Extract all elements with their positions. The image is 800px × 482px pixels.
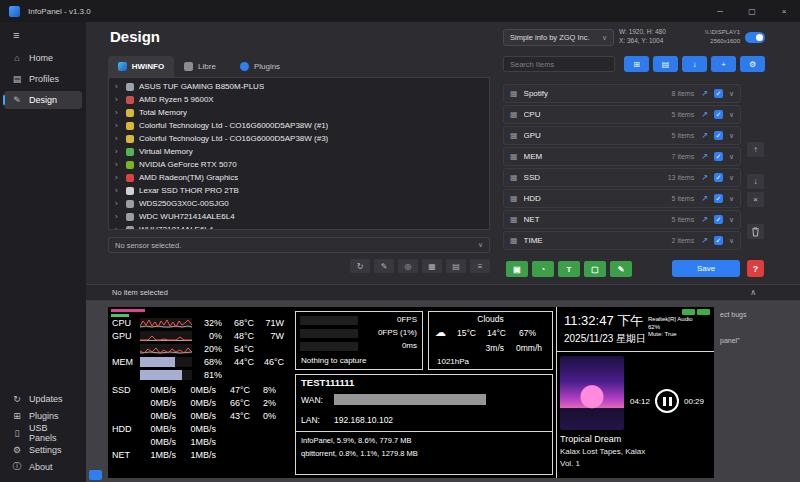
- open-group-icon[interactable]: ↗: [701, 131, 708, 140]
- profile-select[interactable]: Simple info by ZGQ Inc. ∨: [503, 29, 614, 46]
- display-toggle[interactable]: [745, 32, 765, 43]
- trash-icon[interactable]: [747, 224, 764, 239]
- open-group-icon[interactable]: ↗: [701, 194, 708, 203]
- group-checkbox[interactable]: ✓: [714, 173, 723, 182]
- sensor-tree-item[interactable]: › Virtual Memory: [109, 145, 489, 158]
- sensor-tree-item[interactable]: › WDS250G3X0C-00SJG0: [109, 197, 489, 210]
- collapse-icon[interactable]: ∧: [750, 288, 756, 297]
- chevron-down-icon[interactable]: ∨: [729, 216, 734, 224]
- item-group-row[interactable]: ▦ TIME 2 items ↗ ✓ ∨: [503, 231, 741, 250]
- item-group-row[interactable]: ▦ SSD 13 items ↗ ✓ ∨: [503, 168, 741, 187]
- sensor-tree-item[interactable]: › Lexar SSD THOR PRO 2TB: [109, 184, 489, 197]
- tab-libre[interactable]: Libre: [174, 56, 226, 77]
- sidebar-item-updates[interactable]: ↻ Updates: [4, 391, 82, 406]
- sensor-tree-item[interactable]: › Colorful Technology Ltd - CO16G6000D5A…: [109, 132, 489, 145]
- expander-icon[interactable]: ›: [115, 82, 121, 91]
- sensor-tree-item[interactable]: › NVIDIA GeForce RTX 5070: [109, 158, 489, 171]
- menu-icon[interactable]: ≡: [470, 259, 490, 273]
- eye-icon[interactable]: ◎: [398, 259, 418, 273]
- minimize-icon[interactable]: ─: [704, 0, 736, 22]
- add-panel-icon[interactable]: ⊞: [624, 56, 649, 72]
- panel-preview[interactable]: 0FPS 0FPS (1%) 0ms Nothing to capture Cl…: [108, 307, 714, 478]
- chevron-down-icon[interactable]: ∨: [729, 237, 734, 245]
- expander-icon[interactable]: ›: [115, 173, 121, 182]
- save-button[interactable]: Save: [672, 260, 740, 277]
- sidebar-item-home[interactable]: ⌂ Home: [4, 49, 82, 67]
- settings-icon[interactable]: ⚙: [740, 56, 765, 72]
- refresh-icon[interactable]: ↻: [350, 259, 370, 273]
- add-image-icon[interactable]: ▣: [506, 261, 528, 277]
- group-checkbox[interactable]: ✓: [714, 89, 723, 98]
- maximize-icon[interactable]: ▢: [736, 0, 768, 22]
- open-group-icon[interactable]: ↗: [701, 173, 708, 182]
- item-group-row[interactable]: ▦ MEM 7 items ↗ ✓ ∨: [503, 147, 741, 166]
- chevron-down-icon[interactable]: ∨: [729, 111, 734, 119]
- expander-icon[interactable]: ›: [115, 134, 121, 143]
- search-input[interactable]: [503, 56, 615, 72]
- sidebar-item-profiles[interactable]: ▤ Profiles: [4, 70, 82, 88]
- expander-icon[interactable]: ›: [115, 186, 121, 195]
- item-group-row[interactable]: ▦ GPU 5 items ↗ ✓ ∨: [503, 126, 741, 145]
- group-checkbox[interactable]: ✓: [714, 215, 723, 224]
- add-text-icon[interactable]: T: [558, 261, 580, 277]
- expander-icon[interactable]: ›: [115, 108, 121, 117]
- sidebar-item-about[interactable]: ⓘ About: [4, 459, 82, 474]
- layers-icon[interactable]: ▤: [653, 56, 678, 72]
- open-group-icon[interactable]: ↗: [701, 215, 708, 224]
- sensor-tree-item[interactable]: › ASUS TUF GAMING B850M-PLUS: [109, 80, 489, 93]
- item-group-row[interactable]: ▦ CPU 5 items ↗ ✓ ∨: [503, 105, 741, 124]
- expander-icon[interactable]: ›: [115, 121, 121, 130]
- sensor-tree-item[interactable]: › Colorful Technology Ltd - CO16G6000D5A…: [109, 119, 489, 132]
- expander-icon[interactable]: ›: [115, 199, 121, 208]
- tab-hwinfo[interactable]: HWiNFO: [108, 56, 174, 77]
- move-down-icon[interactable]: ↓: [747, 174, 764, 189]
- item-group-row[interactable]: ▦ HDD 5 items ↗ ✓ ∨: [503, 189, 741, 208]
- sensor-tree-item[interactable]: › AMD Ryzen 5 9600X: [109, 93, 489, 106]
- remove-icon[interactable]: ×: [747, 192, 764, 207]
- sidebar-item-usb-panels[interactable]: ▯ USB Panels: [4, 425, 82, 440]
- close-icon[interactable]: ×: [768, 0, 800, 22]
- open-group-icon[interactable]: ↗: [701, 89, 708, 98]
- expander-icon[interactable]: ›: [115, 95, 121, 104]
- expander-icon[interactable]: ›: [115, 160, 121, 169]
- group-checkbox[interactable]: ✓: [714, 194, 723, 203]
- group-checkbox[interactable]: ✓: [714, 110, 723, 119]
- expander-icon[interactable]: ›: [115, 147, 121, 156]
- sensor-tree-item[interactable]: › AMD Radeon(TM) Graphics: [109, 171, 489, 184]
- chevron-down-icon[interactable]: ∨: [729, 195, 734, 203]
- sidebar-item-settings[interactable]: ⚙ Settings: [4, 442, 82, 457]
- expander-icon[interactable]: ›: [115, 225, 121, 230]
- sensor-tree-item[interactable]: › Total Memory: [109, 106, 489, 119]
- group-checkbox[interactable]: ✓: [714, 152, 723, 161]
- open-group-icon[interactable]: ↗: [701, 110, 708, 119]
- chevron-down-icon[interactable]: ∨: [729, 90, 734, 98]
- taskbar-icon[interactable]: [89, 470, 102, 480]
- sensor-tree-item[interactable]: › WUH721814ALE6L4: [109, 223, 489, 230]
- sensor-selector[interactable]: No sensor selected. ∨: [108, 237, 490, 253]
- open-group-icon[interactable]: ↗: [701, 152, 708, 161]
- hamburger-icon[interactable]: ≡: [4, 28, 82, 42]
- item-group-row[interactable]: ▦ NET 5 items ↗ ✓ ∨: [503, 210, 741, 229]
- chevron-down-icon[interactable]: ∨: [729, 153, 734, 161]
- edit-icon[interactable]: ✎: [374, 259, 394, 273]
- add-sensor-icon[interactable]: ✎: [610, 261, 632, 277]
- grid-icon[interactable]: ▦: [422, 259, 442, 273]
- sidebar-item-plugins[interactable]: ⊞ Plugins: [4, 408, 82, 423]
- tab-plugins[interactable]: Plugins: [228, 56, 292, 77]
- list-icon[interactable]: ▤: [446, 259, 466, 273]
- open-group-icon[interactable]: ↗: [701, 236, 708, 245]
- import-icon[interactable]: ↓: [682, 56, 707, 72]
- sidebar-item-design[interactable]: ✎ Design: [4, 91, 82, 109]
- chevron-down-icon[interactable]: ∨: [729, 174, 734, 182]
- move-up-icon[interactable]: ↑: [747, 142, 764, 157]
- add-gauge-icon[interactable]: ◔: [532, 261, 554, 277]
- add-icon[interactable]: +: [711, 56, 736, 72]
- item-group-row[interactable]: ▦ Spotify 8 items ↗ ✓ ∨: [503, 84, 741, 103]
- group-checkbox[interactable]: ✓: [714, 131, 723, 140]
- expander-icon[interactable]: ›: [115, 212, 121, 221]
- help-button[interactable]: ?: [747, 260, 764, 277]
- group-checkbox[interactable]: ✓: [714, 236, 723, 245]
- sensor-tree-item[interactable]: › WDC WUH721414ALE6L4: [109, 210, 489, 223]
- add-shape-icon[interactable]: ▢: [584, 261, 606, 277]
- chevron-down-icon[interactable]: ∨: [729, 132, 734, 140]
